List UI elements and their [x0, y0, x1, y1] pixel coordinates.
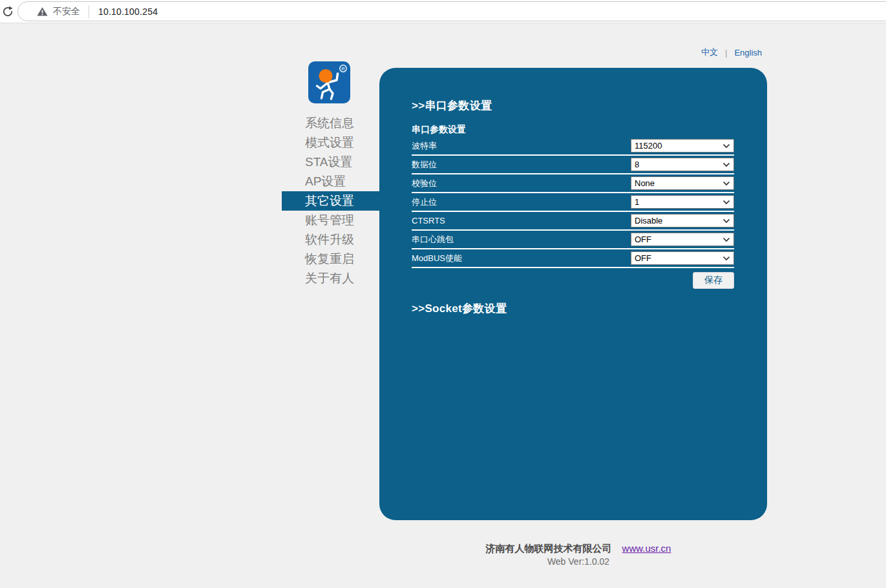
page-footer: 济南有人物联网技术有限公司www.usr.cn Web Ver:1.0.02 — [379, 543, 777, 567]
chevron-down-icon — [723, 181, 730, 186]
select-value: OFF — [635, 235, 651, 244]
form-row-ctsrts: CTSRTS Disable — [412, 212, 734, 231]
select-value: Disable — [635, 216, 662, 226]
form-row-parity: 校验位 None — [412, 174, 734, 193]
chevron-down-icon — [723, 237, 730, 242]
stop-bits-label: 停止位 — [412, 196, 437, 208]
chevron-down-icon — [723, 200, 730, 205]
serial-section-title: >>串口参数设置 — [412, 98, 734, 113]
sidebar-item-software-upgrade[interactable]: 软件升级 — [282, 230, 379, 249]
serial-heartbeat-label: 串口心跳包 — [412, 234, 454, 246]
stop-bits-select[interactable]: 1 — [631, 195, 734, 209]
reload-icon[interactable] — [1, 5, 14, 18]
company-name: 济南有人物联网技术有限公司 — [486, 543, 612, 554]
baud-rate-select[interactable]: 115200 — [631, 139, 734, 152]
baud-rate-label: 波特率 — [412, 140, 437, 152]
lang-divider: | — [725, 48, 727, 58]
form-row-serial-heartbeat: 串口心跳包 OFF — [412, 231, 734, 249]
form-row-baud-rate: 波特率 115200 — [412, 137, 734, 156]
address-divider — [89, 5, 89, 18]
sidebar-item-mode-settings[interactable]: 模式设置 — [282, 133, 379, 152]
serial-subtitle: 串口参数设置 — [412, 124, 734, 136]
data-bits-label: 数据位 — [412, 159, 437, 171]
usr-logo-icon: R — [308, 61, 350, 103]
select-value: 8 — [635, 160, 639, 169]
parity-label: 校验位 — [412, 178, 437, 189]
warning-icon — [37, 6, 48, 17]
sidebar-item-account-management[interactable]: 账号管理 — [282, 211, 379, 230]
serial-heartbeat-select[interactable]: OFF — [631, 233, 734, 246]
data-bits-select[interactable]: 8 — [631, 158, 734, 171]
sidebar-item-ap-settings[interactable]: AP设置 — [282, 172, 379, 191]
lang-english-link[interactable]: English — [734, 48, 762, 58]
usr-website-link[interactable]: www.usr.cn — [622, 543, 671, 554]
modbus-select[interactable]: OFF — [631, 251, 734, 265]
sidebar-nav: 系统信息 模式设置 STA设置 AP设置 其它设置 账号管理 软件升级 恢复重启… — [282, 114, 379, 288]
chevron-down-icon — [723, 256, 730, 261]
serial-settings-form: 波特率 115200 数据位 8 校验位 None — [412, 137, 734, 268]
form-row-stop-bits: 停止位 1 — [412, 193, 734, 212]
address-bar[interactable]: 不安全 10.10.100.254 — [17, 1, 886, 21]
settings-panel: >>串口参数设置 串口参数设置 波特率 115200 数据位 8 校验位 — [379, 68, 767, 520]
language-switcher: 中文 | English — [701, 47, 762, 58]
select-value: None — [635, 178, 655, 188]
select-value: 115200 — [635, 141, 662, 151]
url-text[interactable]: 10.10.100.254 — [98, 6, 158, 17]
sidebar-item-system-info[interactable]: 系统信息 — [282, 114, 379, 133]
chevron-down-icon — [723, 143, 730, 149]
modbus-label: ModBUS使能 — [412, 253, 462, 264]
ctsrts-select[interactable]: Disable — [631, 214, 734, 227]
sidebar-item-sta-settings[interactable]: STA设置 — [282, 152, 379, 172]
browser-toolbar: 不安全 10.10.100.254 — [0, 0, 886, 23]
ctsrts-label: CTSRTS — [412, 216, 445, 226]
select-value: 1 — [635, 197, 639, 207]
save-button[interactable]: 保存 — [693, 272, 734, 289]
socket-section-title: >>Socket参数设置 — [412, 301, 734, 316]
save-row: 保存 — [412, 272, 734, 289]
form-row-modbus: ModBUS使能 OFF — [412, 249, 734, 268]
security-label[interactable]: 不安全 — [53, 6, 80, 17]
svg-text:R: R — [341, 66, 345, 72]
sidebar-item-other-settings[interactable]: 其它设置 — [282, 191, 379, 211]
select-value: OFF — [635, 253, 651, 263]
chevron-down-icon — [723, 218, 730, 224]
form-row-data-bits: 数据位 8 — [412, 156, 734, 174]
web-version: Web Ver:1.0.02 — [379, 556, 777, 567]
lang-chinese-link[interactable]: 中文 — [701, 47, 718, 58]
sidebar-item-restore-restart[interactable]: 恢复重启 — [282, 249, 379, 269]
chevron-down-icon — [723, 162, 730, 167]
parity-select[interactable]: None — [631, 176, 734, 190]
sidebar-item-about-usr[interactable]: 关于有人 — [282, 269, 379, 288]
